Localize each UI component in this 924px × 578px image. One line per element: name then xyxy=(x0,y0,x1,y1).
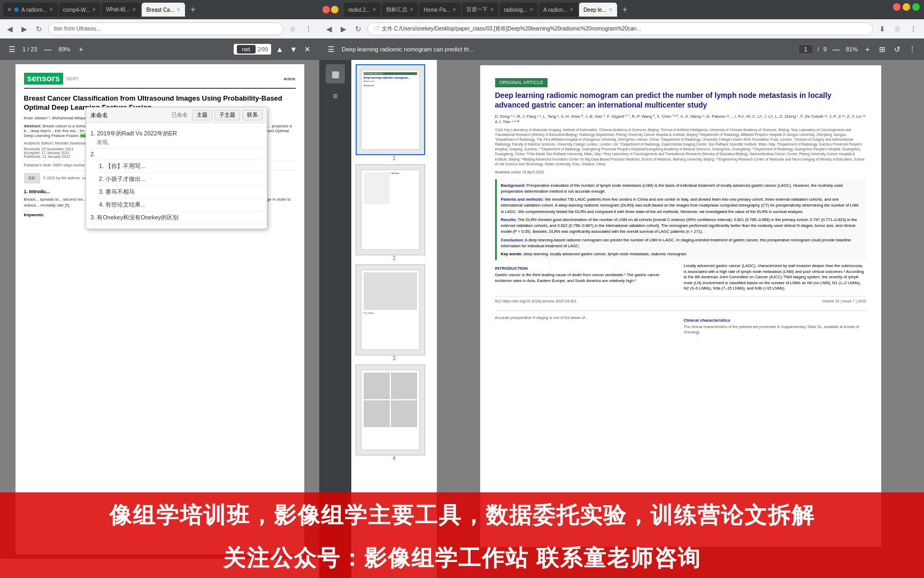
publisher-label: MDPI xyxy=(66,76,79,81)
abstract-label: Abstract: xyxy=(24,124,43,128)
right-rotate-icon[interactable]: ↺ xyxy=(892,44,903,55)
cc-logo: CC xyxy=(24,173,40,184)
zoom-in-icon[interactable]: + xyxy=(76,44,87,55)
pdf-thumb-item-1[interactable]: ORIGINAL ARTICLE Deep learning radiomic … xyxy=(356,64,433,161)
article-type-label: Article xyxy=(283,77,295,81)
tab-comp4[interactable]: comp4-W... ✕ xyxy=(59,3,101,17)
right-fit-page-icon[interactable]: ⊞ xyxy=(877,44,888,55)
right-more-icon[interactable]: ⋮ xyxy=(907,44,918,55)
note-panel-title: 未命名 xyxy=(90,111,108,119)
intro-title: INTRODUCTION xyxy=(495,265,677,271)
keywords-label: Keywords: xyxy=(24,212,44,217)
pdf-menu-icon[interactable]: ☰ xyxy=(6,44,17,55)
right-zoom-in-icon[interactable]: + xyxy=(862,44,873,55)
pdf-thumbnail-icon[interactable]: ▦ xyxy=(326,64,345,83)
left-nav-bar: ◀ ▶ ↻ tion from Ultrasou... ☆ ⋮ xyxy=(0,19,319,39)
right-tab-radiol[interactable]: radiol.2... ✕ xyxy=(344,3,381,17)
right-tab-close-6[interactable]: ✕ xyxy=(609,7,613,12)
right-tab-close-1[interactable]: ✕ xyxy=(410,7,414,12)
thumb-label-2: 2 xyxy=(356,255,433,261)
thumb-label-3: 3 xyxy=(356,355,433,361)
back-button-left[interactable]: ◀ xyxy=(4,24,16,34)
watermark-text-top: 像组学培训班，影像组学主要工具，数据委托实验，训练营论文拆解 xyxy=(109,500,815,530)
journal-logo: sensors xyxy=(27,74,60,83)
watermark-banner-bottom: 关注公众号：影像组学工作站 联系童老师咨询 xyxy=(0,538,924,578)
pdf-search-bar: 2/99 xyxy=(234,44,271,55)
win-close-dot xyxy=(322,6,330,13)
downloads-btn[interactable]: ⬇ xyxy=(876,24,888,34)
abstract-block: Background: Preoperative evaluation of t… xyxy=(495,179,866,261)
tab-radiom[interactable]: ✕ 🔵 A radiom... ✕ xyxy=(3,3,58,17)
close-window-btn[interactable] xyxy=(893,3,900,11)
note-subtheme-btn[interactable]: 子主题 xyxy=(214,110,240,120)
right-tab-close-3[interactable]: ✕ xyxy=(490,7,494,12)
right-tab-deep[interactable]: Deep le... ✕ xyxy=(579,3,617,17)
right-tab-index[interactable]: 指标汇总 ✕ xyxy=(382,3,418,17)
watermark-banner-top: 像组学培训班，影像组学主要工具，数据委托实验，训练营论文拆解 xyxy=(0,492,924,538)
tab-what[interactable]: What-框... ✕ xyxy=(102,3,141,17)
tab-close-4[interactable]: ✕ xyxy=(176,7,181,12)
tab-close-1[interactable]: ✕ xyxy=(49,7,53,12)
back-button-right[interactable]: ◀ xyxy=(324,24,335,34)
note-item-3: 3. 有Onekey和没有Onekey的区别 xyxy=(90,211,263,224)
right-zoom-out-icon[interactable]: — xyxy=(831,44,842,55)
right-nav-bar: ◀ ▶ ↻ 📄 文件 C:/Users/onekey/Desktop/paper… xyxy=(319,19,924,39)
note-link-btn[interactable]: 联系 xyxy=(242,110,263,120)
pdf-search-input[interactable] xyxy=(237,45,256,54)
right-tab-baidu[interactable]: 百度一下 ✕ xyxy=(462,3,498,17)
keywords-label: Key words: xyxy=(501,252,524,256)
forward-button-right[interactable]: ▶ xyxy=(338,24,349,34)
right-tab-home[interactable]: Home Pa... ✕ xyxy=(419,3,461,17)
intro-col-right: Locally advanced gastric cancer (LAGC), … xyxy=(684,263,866,292)
more-button-right[interactable]: ⋮ xyxy=(907,24,920,34)
pdf-outline-icon[interactable]: ≡ xyxy=(326,87,345,106)
pdf-thumb-item-4[interactable]: 4 xyxy=(356,364,433,461)
right-pdf-menu-icon[interactable]: ☰ xyxy=(326,44,336,55)
note-theme-btn[interactable]: 主题 xyxy=(192,110,212,120)
note-panel-body: 1. 2019年的Radl Vs 2022年的ER 发现, 2. 1. 【你】不… xyxy=(86,123,267,229)
right-tab-close-2[interactable]: ✕ xyxy=(452,7,457,12)
note-item-2: 2. xyxy=(90,149,263,160)
more-button-left[interactable]: ⋮ xyxy=(302,24,315,34)
note-subitem-2: 2. 小孩子才做出... xyxy=(99,173,263,186)
watermark-text-bottom: 关注公众号：影像组学工作站 联系童老师咨询 xyxy=(223,543,701,573)
search-next-icon[interactable]: ▼ xyxy=(288,44,299,55)
new-tab-button-left[interactable]: + xyxy=(186,4,199,16)
bookmark-button-right[interactable]: ☆ xyxy=(891,24,904,34)
tab-close-3[interactable]: ✕ xyxy=(132,7,136,12)
zoom-out-icon[interactable]: — xyxy=(43,44,53,55)
tab-close-2[interactable]: ✕ xyxy=(92,7,96,12)
article-footer: 912 https://doi.org/10.1016/j.annonc.202… xyxy=(495,296,866,304)
right-tab-close-4[interactable]: ✕ xyxy=(529,7,534,12)
forward-button-left[interactable]: ▶ xyxy=(19,24,30,34)
reload-button-left[interactable]: ↻ xyxy=(33,24,45,34)
right-tab-bar: radiol.2... ✕ 指标汇总 ✕ Home Pa... ✕ 百度一下 ✕… xyxy=(319,0,924,19)
minimize-window-btn[interactable] xyxy=(903,3,910,11)
bookmark-button-left[interactable]: ☆ xyxy=(287,24,299,34)
search-prev-icon[interactable]: ▲ xyxy=(274,44,285,55)
maximize-window-btn[interactable] xyxy=(912,3,920,11)
results-label: Results: xyxy=(501,217,517,222)
win-min-dot xyxy=(331,6,338,13)
right-tab-close-5[interactable]: ✕ xyxy=(569,7,574,12)
url-bar-left[interactable]: tion from Ultrasou... xyxy=(48,22,283,35)
conclusion-label: Conclusion: xyxy=(501,238,524,242)
right-tab-close-0[interactable]: ✕ xyxy=(372,7,376,12)
left-browser-window: ✕ 🔵 A radiom... ✕ comp4-W... ✕ What-框...… xyxy=(0,0,319,578)
tab-breast-cancer[interactable]: Breast Ca... ✕ xyxy=(142,3,185,17)
right-page-input[interactable] xyxy=(798,44,813,54)
new-tab-button-right[interactable]: + xyxy=(618,4,632,16)
clinical-section: Accurate preoperative N staging is one o… xyxy=(495,310,866,335)
right-tab-radion[interactable]: A radion... ✕ xyxy=(539,3,578,17)
right-tab-radiolog[interactable]: radiolog... ✕ xyxy=(499,3,538,17)
reload-button-right[interactable]: ↻ xyxy=(352,24,364,34)
original-article-label: ORIGINAL ARTICLE xyxy=(495,78,548,87)
pdf-thumb-item-3[interactable]: Fig. analysis... 3 xyxy=(356,264,433,361)
background-label: Background: xyxy=(501,183,526,188)
url-bar-right[interactable]: 📄 文件 C:/Users/onekey/Desktop/paper_class… xyxy=(367,22,873,35)
pdf-thumb-item-2[interactable]: Table data... 2 xyxy=(356,164,433,261)
clinical-right: Clinical characteristics The clinical ch… xyxy=(684,315,866,335)
search-close-icon[interactable]: ✕ xyxy=(302,44,313,55)
right-browser-window: radiol.2... ✕ 指标汇总 ✕ Home Pa... ✕ 百度一下 ✕… xyxy=(319,0,924,578)
introduction-columns: INTRODUCTION Gastric cancer is the third… xyxy=(495,263,866,292)
